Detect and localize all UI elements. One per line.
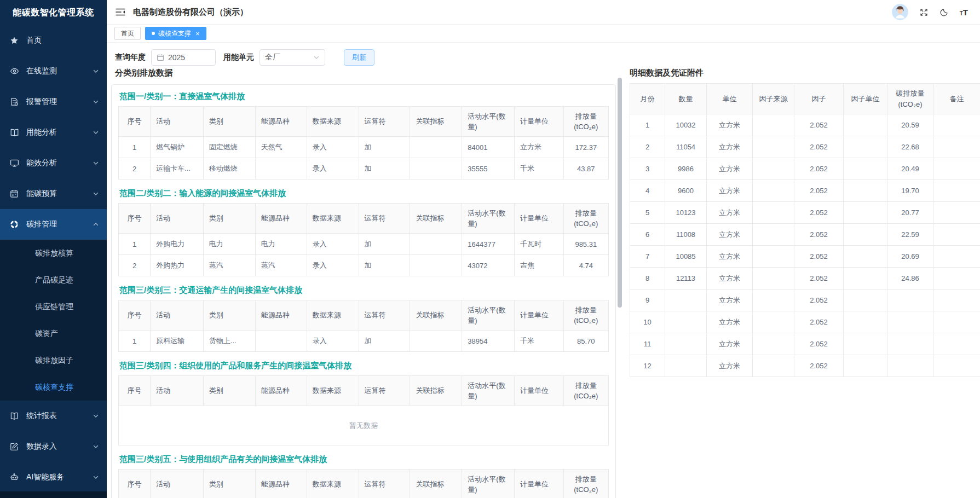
data-table: 序号活动类别能源品种数据来源运算符关联指标活动水平(数 量)计量单位排放量 (t… — [118, 106, 609, 179]
sidebar-item-label: 在线监测 — [26, 66, 93, 76]
table-cell — [844, 158, 887, 180]
energy-unit-select[interactable]: 全厂 — [260, 49, 325, 66]
table-row: 110032立方米2.05220.59 — [630, 114, 980, 136]
table-cell: 6 — [630, 224, 665, 246]
sidebar-item-home[interactable]: 首页 — [0, 25, 107, 56]
tab-carbon-verification-support[interactable]: 碳核查支撑 × — [145, 27, 206, 40]
column-header: 活动水平(数 量) — [462, 107, 515, 137]
alarm-file-icon — [10, 97, 20, 106]
table-cell: 立方米 — [707, 136, 753, 158]
year-input[interactable]: 2025 — [151, 49, 216, 66]
column-header: 序号 — [119, 470, 151, 498]
column-header: 能源品种 — [255, 204, 307, 234]
table-cell: 立方米 — [707, 355, 753, 377]
energy-unit-value: 全厂 — [265, 53, 280, 62]
column-header: 单位 — [707, 84, 753, 114]
calendar-icon — [157, 54, 164, 61]
table-cell — [844, 289, 887, 311]
fullscreen-icon[interactable] — [919, 8, 929, 17]
table-cell: 2.052 — [794, 268, 844, 289]
table-row: 11立方米2.052 — [630, 333, 980, 355]
tab-close-icon[interactable]: × — [195, 30, 200, 38]
table-cell — [753, 136, 794, 158]
table-cell — [753, 289, 794, 311]
table-cell: 10 — [630, 311, 665, 333]
table-cell: 天然气 — [255, 137, 307, 158]
sidebar-subitem-supply-chain-management[interactable]: 供应链管理 — [0, 293, 107, 320]
table-cell: 千米 — [515, 331, 564, 352]
table-cell — [933, 136, 980, 158]
table-cell: 立方米 — [707, 114, 753, 136]
sidebar-item-label: 统计报表 — [26, 411, 93, 421]
column-header: 活动 — [151, 300, 204, 331]
refresh-button[interactable]: 刷新 — [344, 49, 374, 66]
sidebar-item-label: 碳排管理 — [26, 219, 93, 229]
column-header: 运算符 — [359, 300, 410, 331]
column-header: 类别 — [203, 470, 255, 498]
table-cell: 2.052 — [794, 333, 844, 355]
segments-icon — [10, 220, 20, 229]
sidebar-item-ai-services[interactable]: AI智能服务 — [0, 462, 107, 493]
menu-fold-icon[interactable] — [116, 8, 125, 16]
sidebar-item-energy-efficiency-analysis[interactable]: 能效分析 — [0, 148, 107, 178]
table-cell: 12113 — [665, 268, 707, 289]
table-header-row: 序号活动类别能源品种数据来源运算符关联指标活动水平(数 量)计量单位排放量 (t… — [119, 107, 609, 137]
content-area: 查询年度 2025 用能单元 全厂 刷新 分类别排放数据 — [107, 43, 980, 498]
table-cell: 35555 — [462, 158, 515, 179]
table-cell — [933, 180, 980, 202]
table-cell: 1 — [630, 114, 665, 136]
table-row: 9立方米2.052 — [630, 289, 980, 311]
table-cell: 外购电力 — [151, 234, 204, 255]
sidebar-item-energy-use-analysis[interactable]: 用能分析 — [0, 117, 107, 148]
column-header: 数据来源 — [307, 300, 359, 331]
chevron-up-icon — [93, 221, 99, 228]
table-cell — [887, 355, 933, 377]
sidebar-item-carbon-emission-management[interactable]: 碳排管理 — [0, 209, 107, 240]
column-header: 活动 — [151, 470, 204, 498]
chevron-down-icon — [93, 99, 99, 105]
user-avatar[interactable] — [892, 4, 908, 20]
sidebar-item-alarm-management[interactable]: 报警管理 — [0, 86, 107, 117]
sidebar-item-online-monitoring[interactable]: 在线监测 — [0, 56, 107, 86]
column-header: 计量单位 — [515, 107, 564, 137]
table-cell: 985.31 — [563, 234, 608, 255]
tab-home[interactable]: 首页 — [114, 27, 141, 40]
table-cell: 2.052 — [794, 289, 844, 311]
font-size-icon[interactable]: TT — [960, 8, 968, 16]
table-cell: 10123 — [665, 202, 707, 224]
section-title: 范围三/类别四：组织使用的产品和服务产生的间接温室气体排放 — [119, 361, 609, 371]
sidebar-subitem-carbon-emission-factor[interactable]: 碳排放因子 — [0, 347, 107, 374]
right-panel: 明细数据及凭证附件 月份数量单位因子来源因子因子单位碳排放量 (tCO₂e)备注… — [628, 68, 980, 498]
table-cell — [887, 289, 933, 311]
dark-mode-moon-icon[interactable] — [939, 8, 949, 17]
chevron-down-icon — [93, 129, 99, 136]
sidebar-subitem-carbon-accounting[interactable]: 碳排放核算 — [0, 240, 107, 267]
scrollbar-thumb[interactable] — [618, 78, 622, 308]
sidebar-subitem-carbon-verification-support[interactable]: 碳核查支撑 — [0, 374, 107, 401]
table-row: 211054立方米2.05222.68 — [630, 136, 980, 158]
column-header: 碳排放量 (tCO₂e) — [887, 84, 933, 114]
table-cell — [933, 246, 980, 268]
table-cell — [887, 311, 933, 333]
column-header: 活动 — [151, 376, 204, 406]
sidebar-subitem-product-carbon-footprint[interactable]: 产品碳足迹 — [0, 267, 107, 293]
table-cell — [844, 268, 887, 289]
table-cell — [410, 158, 462, 179]
table-cell — [753, 355, 794, 377]
table-cell: 2.052 — [794, 180, 844, 202]
table-cell: 录入 — [307, 255, 359, 276]
table-cell: 录入 — [307, 158, 359, 179]
sidebar-item-label: 用能分析 — [26, 128, 93, 137]
sidebar-subitem-carbon-asset[interactable]: 碳资产 — [0, 320, 107, 347]
table-cell: 2.052 — [794, 311, 844, 333]
column-header: 能源品种 — [255, 300, 307, 331]
table-cell — [933, 268, 980, 289]
sidebar-item-statistics-report[interactable]: 统计报表 — [0, 401, 107, 431]
data-table: 序号活动类别能源品种数据来源运算符关联指标活动水平(数 量)计量单位排放量 (t… — [118, 375, 609, 445]
sidebar-item-energy-carbon-budget[interactable]: 能碳预算 — [0, 178, 107, 209]
table-cell: 20.69 — [887, 246, 933, 268]
table-cell: 立方米 — [707, 311, 753, 333]
emission-category-card: 范围一/类别一：直接温室气体排放序号活动类别能源品种数据来源运算符关联指标活动水… — [111, 84, 616, 498]
table-cell — [753, 311, 794, 333]
sidebar-item-data-entry[interactable]: 数据录入 — [0, 431, 107, 462]
